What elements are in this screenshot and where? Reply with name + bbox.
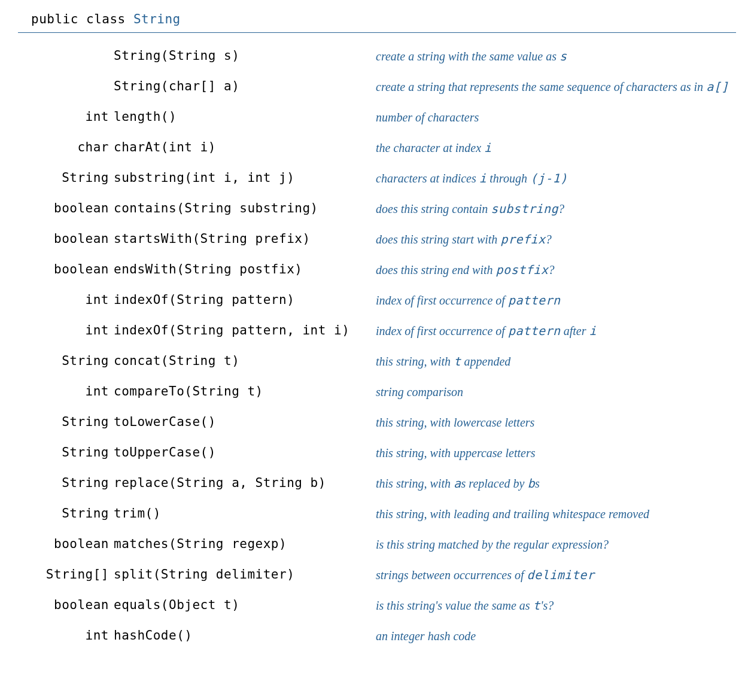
return-type: boolean	[18, 224, 114, 255]
api-row: StringtoUpperCase()this string, with upp…	[18, 438, 736, 468]
inline-code: prefix	[500, 232, 545, 246]
method-signature: length()	[114, 102, 376, 133]
api-row: Stringreplace(String a, String b)this st…	[18, 468, 736, 499]
api-row: booleancontains(String substring)does th…	[18, 194, 736, 224]
method-description: characters at indices i through (j-1)	[376, 163, 736, 194]
api-table: String(String s)create a string with the…	[18, 41, 736, 652]
method-signature: compareTo(String t)	[114, 377, 376, 407]
api-row: intindexOf(String pattern)index of first…	[18, 285, 736, 316]
return-type	[18, 41, 114, 72]
method-description: strings between occurrences of delimiter	[376, 560, 736, 591]
return-type: String	[18, 346, 114, 377]
method-description: does this string end with postfix?	[376, 255, 736, 285]
class-header: public class String	[18, 12, 736, 33]
api-row: booleanstartsWith(String prefix)does thi…	[18, 224, 736, 255]
method-description: the character at index i	[376, 133, 736, 163]
return-type: int	[18, 621, 114, 652]
inline-code: pattern	[508, 324, 561, 338]
return-type: boolean	[18, 255, 114, 285]
return-type: int	[18, 285, 114, 316]
method-signature: contains(String substring)	[114, 194, 376, 224]
method-signature: startsWith(String prefix)	[114, 224, 376, 255]
method-description: this string, with uppercase letters	[376, 438, 736, 468]
method-description: does this string start with prefix?	[376, 224, 736, 255]
api-row: intindexOf(String pattern, int i)index o…	[18, 316, 736, 346]
api-row: String(char[] a)create a string that rep…	[18, 72, 736, 102]
method-signature: indexOf(String pattern, int i)	[114, 316, 376, 346]
api-row: Stringconcat(String t)this string, with …	[18, 346, 736, 377]
inline-code: i	[479, 171, 487, 185]
method-signature: toUpperCase()	[114, 438, 376, 468]
method-description: string comparison	[376, 377, 736, 407]
method-description: index of first occurrence of pattern	[376, 285, 736, 316]
api-row: intlength()number of characters	[18, 102, 736, 133]
api-row: booleanmatches(String regexp)is this str…	[18, 529, 736, 560]
api-row: intcompareTo(String t)string comparison	[18, 377, 736, 407]
method-signature: String(String s)	[114, 41, 376, 72]
inline-code: substring	[491, 202, 558, 216]
api-row: String(String s)create a string with the…	[18, 41, 736, 72]
return-type: String	[18, 163, 114, 194]
method-description: create a string with the same value as s	[376, 41, 736, 72]
inline-code: pattern	[508, 293, 561, 308]
method-description: does this string contain substring?	[376, 194, 736, 224]
method-signature: charAt(int i)	[114, 133, 376, 163]
method-signature: String(char[] a)	[114, 72, 376, 102]
return-type: String	[18, 499, 114, 529]
api-row: Stringsubstring(int i, int j)characters …	[18, 163, 736, 194]
method-signature: toLowerCase()	[114, 407, 376, 438]
method-description: number of characters	[376, 102, 736, 133]
method-signature: concat(String t)	[114, 346, 376, 377]
method-signature: equals(Object t)	[114, 591, 376, 621]
inline-code: a	[454, 476, 461, 491]
inline-code: delimiter	[527, 568, 595, 582]
method-description: index of first occurrence of pattern aft…	[376, 316, 736, 346]
method-description: an integer hash code	[376, 621, 736, 652]
api-row: inthashCode()an integer hash code	[18, 621, 736, 652]
return-type: int	[18, 316, 114, 346]
inline-code: t	[454, 354, 461, 369]
inline-code: i	[589, 324, 597, 338]
inline-code: (j-1)	[530, 171, 568, 185]
return-type: boolean	[18, 194, 114, 224]
header-keyword: public class	[31, 12, 133, 26]
api-row: booleanendsWith(String postfix)does this…	[18, 255, 736, 285]
api-row: Stringtrim()this string, with leading an…	[18, 499, 736, 529]
return-type: int	[18, 102, 114, 133]
method-description: create a string that represents the same…	[376, 72, 736, 102]
method-description: this string, with t appended	[376, 346, 736, 377]
method-signature: matches(String regexp)	[114, 529, 376, 560]
inline-code: s	[560, 49, 567, 63]
api-row: booleanequals(Object t)is this string's …	[18, 591, 736, 621]
method-signature: split(String delimiter)	[114, 560, 376, 591]
api-row: String[]split(String delimiter)strings b…	[18, 560, 736, 591]
api-row: charcharAt(int i)the character at index …	[18, 133, 736, 163]
method-signature: hashCode()	[114, 621, 376, 652]
inline-code: postfix	[496, 263, 549, 277]
return-type: String	[18, 438, 114, 468]
inline-code: i	[484, 141, 492, 155]
return-type: boolean	[18, 591, 114, 621]
method-description: this string, with lowercase letters	[376, 407, 736, 438]
return-type	[18, 72, 114, 102]
method-signature: endsWith(String postfix)	[114, 255, 376, 285]
return-type: int	[18, 377, 114, 407]
return-type: String	[18, 468, 114, 499]
method-description: this string, with as replaced by bs	[376, 468, 736, 499]
header-classname: String	[133, 12, 181, 26]
inline-code: t	[533, 598, 541, 613]
api-row: StringtoLowerCase()this string, with low…	[18, 407, 736, 438]
method-signature: indexOf(String pattern)	[114, 285, 376, 316]
inline-code: a[]	[706, 80, 729, 94]
return-type: boolean	[18, 529, 114, 560]
method-description: is this string matched by the regular ex…	[376, 529, 736, 560]
method-description: is this string's value the same as t's?	[376, 591, 736, 621]
method-signature: replace(String a, String b)	[114, 468, 376, 499]
method-description: this string, with leading and trailing w…	[376, 499, 736, 529]
method-signature: substring(int i, int j)	[114, 163, 376, 194]
inline-code: b	[527, 476, 535, 491]
return-type: String[]	[18, 560, 114, 591]
return-type: char	[18, 133, 114, 163]
return-type: String	[18, 407, 114, 438]
method-signature: trim()	[114, 499, 376, 529]
